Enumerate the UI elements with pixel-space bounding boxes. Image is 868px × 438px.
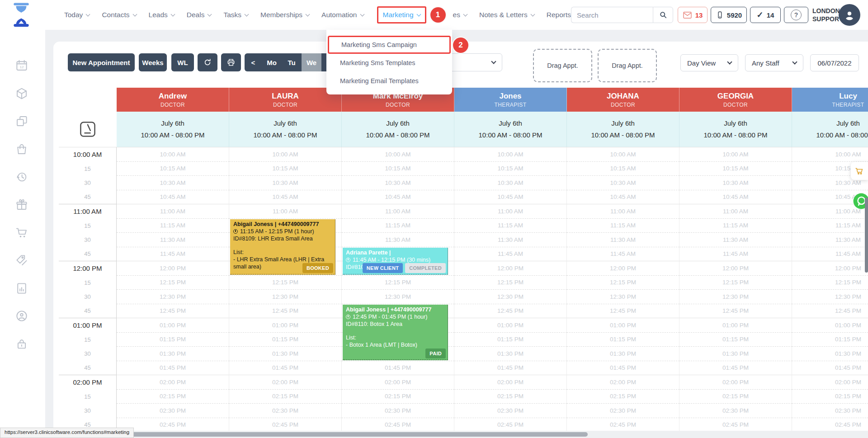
mail-button[interactable]: 13 [678, 7, 708, 23]
slot-jones-02-15-pm[interactable]: 02:15 PM [454, 390, 567, 404]
slot-laura-01-30-pm[interactable]: 01:30 PM [229, 347, 342, 361]
slot-laura-01-15-pm[interactable]: 01:15 PM [229, 333, 342, 347]
slot-jones-11-00-am[interactable]: 11:00 AM [454, 204, 567, 219]
nav-item-leads[interactable]: Leads [149, 11, 175, 19]
day-button-mo[interactable]: Mo [262, 53, 282, 71]
date-picker[interactable]: 06/07/2022 [810, 54, 859, 71]
slot-johana-01-00-pm[interactable]: 01:00 PM [567, 318, 679, 333]
slot-lucy-11-30-am[interactable]: 11:30 AM [792, 233, 868, 247]
slot-mark-mcelroy-02-30-pm[interactable]: 02:30 PM [342, 404, 454, 418]
slot-mark-mcelroy-10-30-am[interactable]: 10:30 AM [342, 176, 454, 190]
slot-jones-01-00-pm[interactable]: 01:00 PM [454, 318, 567, 333]
slot-johana-11-30-am[interactable]: 11:30 AM [567, 233, 679, 247]
staff-column-header-lucy[interactable]: LucyTHERAPIST [792, 88, 868, 112]
slot-andrew-10-30-am[interactable]: 10:30 AM [117, 176, 229, 190]
appointment-adriana-parette[interactable]: Adriana Parette |11:45 AM - 12:15 PM (30… [343, 248, 448, 275]
slot-andrew-10-00-am[interactable]: 10:00 AM [117, 147, 229, 162]
slot-johana-10-30-am[interactable]: 10:30 AM [567, 176, 679, 190]
slot-georgia-11-00-am[interactable]: 11:00 AM [679, 204, 792, 219]
slot-mark-mcelroy-11-30-am[interactable]: 11:30 AM [342, 233, 454, 247]
appointment-abigail-joness-447490009777[interactable]: Abigail Joness | +44749000977711:15 AM -… [230, 219, 335, 275]
slot-georgia-02-15-pm[interactable]: 02:15 PM [679, 390, 792, 404]
slot-jones-02-30-pm[interactable]: 02:30 PM [454, 404, 567, 418]
slot-georgia-02-45-pm[interactable]: 02:45 PM [679, 418, 792, 433]
tasks-button[interactable]: ✓ 14 [750, 7, 781, 23]
slot-laura-02-00-pm[interactable]: 02:00 PM [229, 375, 342, 390]
slot-georgia-12-45-pm[interactable]: 12:45 PM [679, 304, 792, 319]
new-appointment-button[interactable]: New Appointment [68, 53, 135, 71]
slot-georgia-10-30-am[interactable]: 10:30 AM [679, 176, 792, 190]
drag-appointment-slot-1[interactable]: Drag Appt. [533, 49, 592, 82]
slot-johana-02-30-pm[interactable]: 02:30 PM [567, 404, 679, 418]
slot-jones-11-30-am[interactable]: 11:30 AM [454, 233, 567, 247]
slot-johana-01-45-pm[interactable]: 01:45 PM [567, 361, 679, 376]
slot-jones-01-45-pm[interactable]: 01:45 PM [454, 361, 567, 376]
slot-georgia-01-15-pm[interactable]: 01:15 PM [679, 333, 792, 347]
slot-jones-12-15-pm[interactable]: 12:15 PM [454, 276, 567, 290]
help-button[interactable]: ? [784, 7, 808, 23]
appointment-abigail-joness-447490009777[interactable]: Abigail Joness | +44749000977712:45 PM -… [343, 305, 448, 360]
slot-lucy-11-45-am[interactable]: 11:45 AM [792, 247, 868, 262]
slot-jones-12-45-pm[interactable]: 12:45 PM [454, 304, 567, 319]
slot-andrew-11-45-am[interactable]: 11:45 AM [117, 247, 229, 262]
slot-johana-02-45-pm[interactable]: 02:45 PM [567, 418, 679, 433]
slot-laura-02-30-pm[interactable]: 02:30 PM [229, 404, 342, 418]
cart-float-button[interactable] [851, 162, 868, 180]
slot-georgia-11-15-am[interactable]: 11:15 AM [679, 219, 792, 233]
sidebar-item-gift-icon[interactable] [15, 198, 29, 212]
slot-lucy-10-00-am[interactable]: 10:00 AM [792, 147, 868, 162]
slot-laura-11-00-am[interactable]: 11:00 AM [229, 204, 342, 219]
staff-column-header-johana[interactable]: JOHANADOCTOR [567, 88, 679, 112]
slot-johana-12-00-pm[interactable]: 12:00 PM [567, 261, 679, 276]
day-button-tu[interactable]: Tu [282, 53, 302, 71]
slot-andrew-02-30-pm[interactable]: 02:30 PM [117, 404, 229, 418]
slot-johana-12-30-pm[interactable]: 12:30 PM [567, 290, 679, 304]
slot-georgia-11-30-am[interactable]: 11:30 AM [679, 233, 792, 247]
nav-item-marketing[interactable]: Marketing1 [377, 6, 426, 24]
slot-andrew-10-45-am[interactable]: 10:45 AM [117, 190, 229, 205]
slot-johana-01-30-pm[interactable]: 01:30 PM [567, 347, 679, 361]
slot-lucy-01-15-pm[interactable]: 01:15 PM [792, 333, 868, 347]
slot-georgia-12-00-pm[interactable]: 12:00 PM [679, 261, 792, 276]
day-button-we[interactable]: We [302, 53, 321, 71]
slot-lucy-12-45-pm[interactable]: 12:45 PM [792, 304, 868, 319]
slot-laura-10-15-am[interactable]: 10:15 AM [229, 162, 342, 176]
slot-andrew-01-15-pm[interactable]: 01:15 PM [117, 333, 229, 347]
slot-laura-12-45-pm[interactable]: 12:45 PM [229, 304, 342, 319]
search-input[interactable] [571, 7, 653, 23]
slot-georgia-11-45-am[interactable]: 11:45 AM [679, 247, 792, 262]
slot-jones-02-45-pm[interactable]: 02:45 PM [454, 418, 567, 433]
slot-lucy-12-15-pm[interactable]: 12:15 PM [792, 276, 868, 290]
slot-georgia-01-00-pm[interactable]: 01:00 PM [679, 318, 792, 333]
drag-appointment-slot-2[interactable]: Drag Appt. [598, 49, 657, 82]
slot-johana-12-45-pm[interactable]: 12:45 PM [567, 304, 679, 319]
slot-lucy-01-00-pm[interactable]: 01:00 PM [792, 318, 868, 333]
slot-jones-12-00-pm[interactable]: 12:00 PM [454, 261, 567, 276]
slot-lucy-02-30-pm[interactable]: 02:30 PM [792, 404, 868, 418]
slot-andrew-02-15-pm[interactable]: 02:15 PM [117, 390, 229, 404]
refresh-button[interactable] [198, 53, 217, 71]
nav-item-notes-letters[interactable]: Notes & Letters [479, 11, 534, 19]
menu-item-marketing-email-templates[interactable]: Marketing Email Templates [326, 72, 452, 90]
slot-lucy-02-00-pm[interactable]: 02:00 PM [792, 375, 868, 390]
slot-andrew-11-30-am[interactable]: 11:30 AM [117, 233, 229, 247]
slot-johana-02-00-pm[interactable]: 02:00 PM [567, 375, 679, 390]
menu-item-marketing-sms-templates[interactable]: Marketing Sms Templates [326, 54, 452, 72]
slot-johana-11-00-am[interactable]: 11:00 AM [567, 204, 679, 219]
slot-andrew-02-00-pm[interactable]: 02:00 PM [117, 375, 229, 390]
slot-johana-01-15-pm[interactable]: 01:15 PM [567, 333, 679, 347]
sidebar-item-support-icon[interactable] [15, 309, 29, 324]
slot-jones-02-00-pm[interactable]: 02:00 PM [454, 375, 567, 390]
slot-lucy-02-45-pm[interactable]: 02:45 PM [792, 418, 868, 433]
calendar-filter-select[interactable] [445, 53, 502, 71]
nav-item-today[interactable]: Today [64, 11, 90, 19]
slot-jones-01-15-pm[interactable]: 01:15 PM [454, 333, 567, 347]
slot-andrew-10-15-am[interactable]: 10:15 AM [117, 162, 229, 176]
avatar[interactable] [839, 4, 860, 26]
slot-johana-11-15-am[interactable]: 11:15 AM [567, 219, 679, 233]
sidebar-item-tags-icon[interactable] [15, 254, 29, 268]
nav-item-automation[interactable]: Automation [321, 11, 363, 19]
view-select[interactable]: Day View [680, 54, 738, 71]
prev-day-button[interactable]: < [245, 53, 262, 71]
slot-georgia-01-30-pm[interactable]: 01:30 PM [679, 347, 792, 361]
